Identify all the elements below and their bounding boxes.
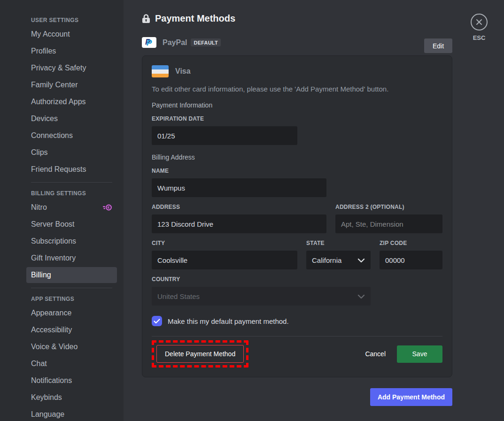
sidebar-item-profiles[interactable]: Profiles — [26, 43, 117, 59]
state-select-value: California — [312, 256, 341, 264]
sidebar-item-nitro[interactable]: Nitro — [26, 199, 117, 215]
card-brand-name: Visa — [175, 67, 191, 76]
default-payment-checkbox[interactable] — [152, 316, 162, 326]
sidebar-item-family-center[interactable]: Family Center — [26, 77, 117, 93]
country-label: COUNTRY — [152, 276, 442, 283]
visa-card-icon — [152, 65, 169, 77]
sidebar-item-accessibility[interactable]: Accessibility — [26, 322, 117, 338]
section-header-app-settings: APP SETTINGS — [26, 293, 117, 305]
save-button[interactable]: Save — [397, 345, 442, 363]
sidebar-item-server-boost[interactable]: Server Boost — [26, 216, 117, 232]
state-label: STATE — [306, 240, 371, 246]
add-payment-method-button[interactable]: Add Payment Method — [370, 388, 452, 406]
expiration-date-input[interactable] — [152, 126, 297, 145]
esc-label: ESC — [473, 34, 486, 41]
address-label: ADDRESS — [152, 204, 326, 210]
section-header-billing-settings: BILLING SETTINGS — [26, 187, 117, 199]
method-name: PayPal — [163, 38, 187, 47]
zip-code-input[interactable] — [380, 251, 442, 269]
visa-card-panel: Visa To edit other card information, ple… — [142, 55, 452, 377]
chevron-down-icon — [357, 256, 365, 264]
sidebar-divider — [31, 288, 112, 288]
section-header-user-settings: USER SETTINGS — [26, 14, 117, 26]
lock-icon — [142, 14, 150, 23]
billing-address-label: Billing Address — [152, 153, 442, 161]
default-badge: DEFAULT — [191, 38, 220, 46]
sidebar-item-notifications[interactable]: Notifications — [26, 373, 117, 389]
nitro-badge-icon — [103, 204, 112, 211]
sidebar-item-privacy-safety[interactable]: Privacy & Safety — [26, 60, 117, 76]
expiration-date-label: EXPIRATION DATE — [152, 115, 442, 122]
paypal-icon: P P — [142, 37, 156, 48]
name-input[interactable] — [152, 178, 326, 197]
country-select-value: United States — [157, 292, 200, 300]
edit-button[interactable]: Edit — [424, 38, 452, 53]
cancel-button[interactable]: Cancel — [358, 345, 392, 362]
billing-content: Payment Methods P P PayPal DEFAULT Edit … — [124, 0, 504, 421]
address2-label: ADDRESS 2 (OPTIONAL) — [335, 204, 442, 210]
sidebar-item-keybinds[interactable]: Keybinds — [26, 390, 117, 406]
name-label: NAME — [152, 168, 442, 174]
country-select: United States — [152, 287, 371, 306]
edit-card-note: To edit other card information, please u… — [152, 85, 442, 93]
address2-input[interactable] — [335, 214, 442, 233]
chevron-down-icon — [357, 292, 365, 300]
sidebar-item-friend-requests[interactable]: Friend Requests — [26, 161, 117, 177]
sidebar-item-label: Nitro — [31, 203, 47, 212]
sidebar-item-appearance[interactable]: Appearance — [26, 305, 117, 321]
sidebar-item-connections[interactable]: Connections — [26, 128, 117, 144]
sidebar-item-gift-inventory[interactable]: Gift Inventory — [26, 250, 117, 266]
close-icon[interactable] — [471, 14, 488, 31]
address-input[interactable] — [152, 214, 326, 233]
default-payment-checkbox-label: Make this my default payment method. — [168, 317, 289, 325]
city-input[interactable] — [152, 251, 297, 269]
city-label: CITY — [152, 240, 297, 246]
delete-highlight-annotation: Delete Payment Method — [152, 340, 248, 367]
sidebar-item-chat[interactable]: Chat — [26, 356, 117, 372]
zip-code-label: ZIP CODE — [380, 240, 442, 246]
close-settings-button[interactable]: ESC — [471, 14, 488, 41]
sidebar-item-my-account[interactable]: My Account — [26, 26, 117, 42]
page-title: Payment Methods — [155, 13, 235, 24]
sidebar-divider — [31, 182, 112, 183]
sidebar-item-clips[interactable]: Clips — [26, 145, 117, 161]
payment-information-label: Payment Information — [152, 101, 442, 109]
checkmark-icon — [154, 319, 160, 324]
settings-sidebar: USER SETTINGS My Account Profiles Privac… — [0, 0, 124, 421]
delete-payment-method-button[interactable]: Delete Payment Method — [156, 345, 244, 363]
state-select[interactable]: California — [306, 251, 371, 269]
sidebar-item-language[interactable]: Language — [26, 406, 117, 421]
sidebar-item-devices[interactable]: Devices — [26, 111, 117, 127]
sidebar-item-billing[interactable]: Billing — [26, 267, 117, 283]
sidebar-item-subscriptions[interactable]: Subscriptions — [26, 233, 117, 249]
paypal-method-row: P P PayPal DEFAULT Edit — [142, 32, 452, 53]
sidebar-item-voice-video[interactable]: Voice & Video — [26, 339, 117, 355]
panel-divider — [152, 336, 442, 337]
sidebar-item-authorized-apps[interactable]: Authorized Apps — [26, 94, 117, 110]
